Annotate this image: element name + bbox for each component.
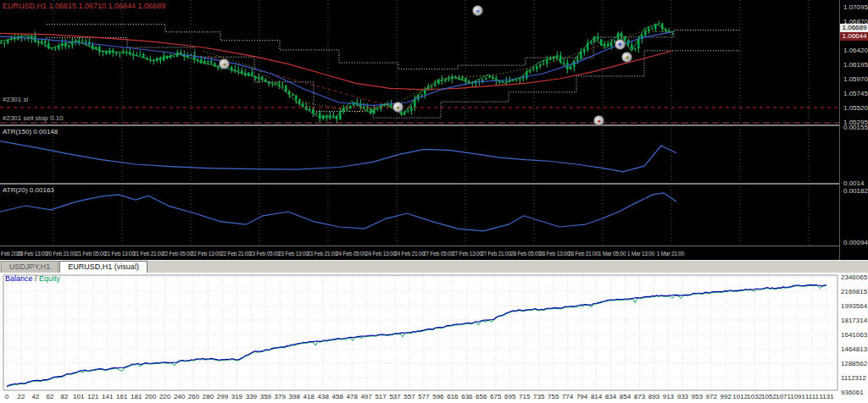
tester-x-label: 814 bbox=[591, 393, 602, 400]
tester-x-label: 794 bbox=[576, 393, 587, 400]
order-line-label: #2301 sell stop 0.10 bbox=[3, 114, 64, 122]
tab-usdjpy-h1[interactable]: USDJPY,H1 bbox=[1, 261, 58, 273]
tester-x-label: 0 bbox=[5, 393, 8, 400]
time-axis-label: 20 Feb 21:00 bbox=[47, 250, 77, 257]
tester-x-label: 933 bbox=[677, 393, 688, 400]
tester-graph-panel[interactable]: Balance / Equity 23460652169815199356418… bbox=[0, 273, 868, 403]
tester-x-label: 101 bbox=[73, 393, 84, 400]
tester-x-label: 557 bbox=[403, 393, 415, 400]
tester-x-label: 616 bbox=[447, 393, 458, 400]
time-axis-label: 20 Feb 13:00 bbox=[17, 250, 47, 257]
pane-divider bbox=[0, 124, 839, 126]
trade-marker: ● bbox=[472, 5, 483, 16]
tester-x-label: 636 bbox=[461, 393, 472, 400]
time-axis-label: 22 Feb 21:00 bbox=[220, 250, 251, 257]
tester-x-label: 478 bbox=[347, 393, 358, 400]
tester-x-label: 398 bbox=[289, 393, 300, 400]
tester-x-label: 62 bbox=[46, 393, 53, 400]
indicator-axis-label: 0.00094 bbox=[843, 239, 868, 246]
time-axis[interactable]: Feb 202320 Feb 13:0020 Feb 21:0021 Feb 0… bbox=[0, 247, 839, 260]
tester-x-label: 141 bbox=[102, 393, 113, 400]
mt-terminal: EURUSD,H1 1.06615 1.06710 1.06644 1.0668… bbox=[0, 0, 868, 403]
equity-line bbox=[7, 285, 826, 387]
legend-equity: Equity bbox=[39, 274, 60, 283]
tester-x-label: 1052 bbox=[761, 393, 776, 400]
tester-x-label: 200 bbox=[145, 393, 156, 400]
dot-icon: ● bbox=[222, 61, 225, 67]
tester-legend: Balance / Equity bbox=[5, 274, 60, 283]
pane-divider bbox=[0, 183, 839, 185]
time-axis-label: 28 Feb 21:00 bbox=[568, 250, 598, 257]
tester-x-label: 893 bbox=[648, 393, 659, 400]
indicator-pane-header: ATR(20) 0.00163 bbox=[3, 186, 54, 194]
time-axis-label: 23 Feb 13:00 bbox=[278, 250, 309, 257]
trade-marker: ✚ bbox=[615, 39, 626, 50]
time-axis-label: 24 Feb 21:00 bbox=[394, 250, 425, 257]
price-axis-label: 1.07095 bbox=[843, 3, 868, 11]
tester-y-label: 936061 bbox=[841, 389, 864, 396]
indicator-axis-label: 0.0014 bbox=[843, 179, 864, 187]
tester-y-label: 1817314 bbox=[841, 317, 867, 324]
tester-y-label: 1288562 bbox=[841, 360, 867, 367]
price-axis-label: 1.05745 bbox=[843, 90, 868, 97]
tester-x-label: 220 bbox=[159, 393, 170, 400]
legend-balance: Balance bbox=[5, 274, 33, 283]
tester-x-label: 656 bbox=[476, 393, 487, 400]
atr-indicator-line bbox=[0, 141, 676, 172]
atr-indicator-line bbox=[0, 193, 676, 231]
tester-x-label: 517 bbox=[375, 393, 386, 400]
tester-x-label: 240 bbox=[174, 393, 185, 400]
trade-marker: ◄ bbox=[621, 52, 632, 63]
time-axis-label: 27 Feb 21:00 bbox=[481, 250, 512, 257]
tester-x-label: 992 bbox=[721, 393, 732, 400]
tester-x-label: 695 bbox=[504, 393, 515, 400]
tester-x-label: 953 bbox=[692, 393, 703, 400]
dot-icon: ● bbox=[597, 118, 600, 124]
price-axis-label: 1.05970 bbox=[843, 75, 868, 83]
axis-divider bbox=[0, 246, 839, 246]
tester-y-label: 2346065 bbox=[841, 273, 867, 281]
tester-x-label: 715 bbox=[519, 393, 530, 400]
time-axis-label: 22 Feb 13:00 bbox=[192, 250, 222, 257]
balance-graph-canvas bbox=[0, 273, 868, 403]
tester-x-label: 260 bbox=[188, 393, 199, 400]
chart-ohlc-header: EURUSD,H1 1.06615 1.06710 1.06644 1.0668… bbox=[3, 2, 165, 10]
tester-x-label: 161 bbox=[116, 393, 127, 400]
tester-x-label: 596 bbox=[432, 393, 443, 400]
tester-y-label: 1641063 bbox=[841, 331, 867, 339]
tester-x-label: 458 bbox=[332, 393, 343, 400]
time-axis-label: 22 Feb 05:00 bbox=[162, 250, 192, 257]
tester-x-label: 497 bbox=[360, 393, 371, 400]
time-axis-label: 23 Feb 05:00 bbox=[249, 250, 280, 257]
tester-y-label: 1112312 bbox=[841, 374, 866, 382]
tester-x-label: 537 bbox=[389, 393, 400, 400]
price-axis[interactable]: 1.070951.068701.066451.064201.061951.059… bbox=[839, 0, 868, 260]
tester-x-label: 1091 bbox=[790, 393, 805, 400]
chart-tab-bar: USDJPY,H1 EURUSD,H1 (visual) bbox=[0, 260, 868, 273]
tester-x-label: 1071 bbox=[776, 393, 791, 400]
indicator-axis-label: 0.00182 bbox=[843, 187, 868, 195]
balance-line bbox=[7, 284, 826, 386]
tester-x-label: 972 bbox=[706, 393, 717, 400]
time-axis-label: 23 Feb 21:00 bbox=[307, 250, 337, 257]
dot-icon: ● bbox=[476, 8, 479, 14]
tester-x-label: 438 bbox=[318, 393, 329, 400]
trade-marker: ● bbox=[392, 102, 403, 113]
tester-x-label: 577 bbox=[418, 393, 429, 400]
tester-x-label: 873 bbox=[634, 393, 645, 400]
tester-y-label: 2169815 bbox=[841, 288, 867, 295]
indicator-axis-label: 0.00155 bbox=[843, 124, 868, 131]
time-axis-label: 24 Feb 05:00 bbox=[337, 250, 367, 257]
tester-x-label: 1111 bbox=[805, 393, 819, 400]
tab-eurusd-h1-visual[interactable]: EURUSD,H1 (visual) bbox=[59, 261, 147, 273]
time-axis-label: 27 Feb 05:00 bbox=[423, 250, 453, 257]
time-axis-label: 28 Feb 13:00 bbox=[539, 250, 570, 257]
price-axis-label: 1.06195 bbox=[843, 61, 868, 69]
tester-x-label: 1032 bbox=[747, 393, 762, 400]
fast-green-line bbox=[0, 25, 671, 118]
tester-x-label: 854 bbox=[620, 393, 631, 400]
time-axis-label: 24 Feb 13:00 bbox=[365, 250, 396, 257]
legend-separator: / bbox=[33, 274, 40, 283]
tester-x-label: 755 bbox=[548, 393, 559, 400]
ma-red-line bbox=[0, 33, 671, 89]
